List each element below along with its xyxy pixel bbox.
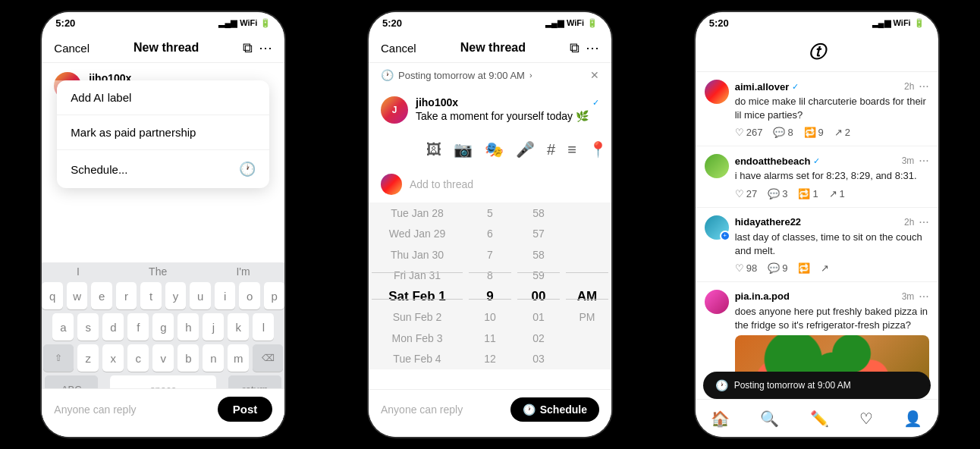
cancel-button-1[interactable]: Cancel xyxy=(54,42,90,55)
header-icons-1: ⧉ ⋯ xyxy=(243,39,272,56)
status-icons-1: ▂▄▆ WiFi 🔋 xyxy=(218,18,271,28)
feed-like-0[interactable]: ♡ 267 xyxy=(735,127,763,138)
signal-icon: ▂▄▆ xyxy=(218,18,237,28)
wifi-icon-2: WiFi xyxy=(567,18,584,27)
posting-close[interactable]: ✕ xyxy=(590,69,599,81)
add-row-2: Add to thread xyxy=(369,166,611,203)
more-icon-2[interactable]: ⋯ xyxy=(586,39,599,56)
feed-username-2[interactable]: hidayathere22 xyxy=(735,216,801,228)
feed-content-0: aimi.allover ✓ 2h ··· do mice make lil c… xyxy=(735,80,929,138)
nav-compose[interactable]: ✏️ xyxy=(810,410,829,428)
nav-search[interactable]: 🔍 xyxy=(760,410,779,428)
picker-hour-7: 12 xyxy=(466,349,514,370)
schedule-button-label: Schedule xyxy=(540,403,587,416)
status-bar-2: 5:20 ▂▄▆ WiFi 🔋 xyxy=(369,12,611,33)
panel-1: 5:20 ▂▄▆ WiFi 🔋 Cancel New thread ⧉ ⋯ J … xyxy=(0,0,327,449)
posting-text: Posting tomorrow at 9:00 AM xyxy=(398,70,525,81)
feed-share-1[interactable]: ↗ 1 xyxy=(829,188,845,199)
picker-min-selected: 00 xyxy=(514,286,563,307)
feed-repost-2[interactable]: 🔁 xyxy=(798,262,810,274)
toolbar-location-icon[interactable]: 📍 xyxy=(589,140,608,159)
toolbar-image-icon[interactable]: 🖼 xyxy=(426,141,441,159)
nav-home[interactable]: 🏠 xyxy=(711,410,730,428)
phone-frame-2: 5:20 ▂▄▆ WiFi 🔋 Cancel New thread ⧉ ⋯ 🕐 … xyxy=(369,12,611,437)
feed-share-2[interactable]: ↗ xyxy=(821,262,829,274)
phone-frame-1: 5:20 ▂▄▆ WiFi 🔋 Cancel New thread ⧉ ⋯ J … xyxy=(42,12,284,437)
status-time-1: 5:20 xyxy=(55,17,75,29)
feed-share-0[interactable]: ↗ 2 xyxy=(834,127,850,138)
feed-username-3[interactable]: pia.in.a.pod xyxy=(735,290,790,302)
feed-repost-0[interactable]: 🔁 9 xyxy=(804,127,824,138)
copy-icon-2[interactable]: ⧉ xyxy=(570,40,580,56)
toolbar-gif-icon[interactable]: 🎭 xyxy=(485,140,504,159)
picker-ampm-7 xyxy=(563,349,611,370)
post-text-2: Take a moment for yourself today 🌿 xyxy=(416,110,599,122)
feed-item-1: endoatthebeach ✓ 3m ··· i have alarms se… xyxy=(696,146,938,207)
date-picker[interactable]: Tue Jan 28 Wed Jan 29 Thu Jan 30 Fri Jan… xyxy=(369,203,611,369)
panel-3: 5:20 ▂▄▆ WiFi 🔋 ⓣ aimi.allover ✓ xyxy=(653,0,980,449)
feed-like-1[interactable]: ♡ 27 xyxy=(735,188,757,199)
picker-min-1: 57 xyxy=(514,224,563,245)
feed-more-1[interactable]: ··· xyxy=(919,154,928,168)
feed-comment-2[interactable]: 💬 9 xyxy=(768,262,787,274)
wifi-icon: WiFi xyxy=(240,18,257,27)
feed-repost-1[interactable]: 🔁 1 xyxy=(798,188,818,199)
feed-actions-0: ♡ 267 💬 8 🔁 9 ↗ 2 xyxy=(735,127,929,138)
status-time-3: 5:20 xyxy=(709,17,729,29)
toolbar-mic-icon[interactable]: 🎤 xyxy=(516,140,535,159)
dropdown-item-ai-label[interactable]: Add AI label xyxy=(57,80,269,115)
toolbar: 🖼 📷 🎭 🎤 # ≡ 📍 xyxy=(414,133,611,166)
add-text-2[interactable]: Add to thread xyxy=(410,178,473,190)
feed-content-1: endoatthebeach ✓ 3m ··· i have alarms se… xyxy=(735,154,929,199)
feed-more-3[interactable]: ··· xyxy=(919,290,928,303)
posting-chevron: › xyxy=(529,71,532,80)
feed-like-2[interactable]: ♡ 98 xyxy=(735,262,757,274)
feed-header: ⓣ xyxy=(696,33,938,72)
feed-actions-1: ♡ 27 💬 3 🔁 1 ↗ 1 xyxy=(735,188,929,199)
picker-hour-6: 11 xyxy=(466,328,514,349)
schedule-button[interactable]: 🕐 Schedule xyxy=(510,397,599,422)
status-bar-3: 5:20 ▂▄▆ WiFi 🔋 xyxy=(696,12,938,33)
toolbar-camera-icon[interactable]: 📷 xyxy=(454,140,473,159)
feed-scroll: aimi.allover ✓ 2h ··· do mice make lil c… xyxy=(696,72,938,406)
feed-username-1[interactable]: endoatthebeach xyxy=(735,155,811,167)
picker-ampm-3 xyxy=(563,265,611,287)
signal-icon-2: ▂▄▆ xyxy=(545,18,564,28)
user-row-2: J jiho100x ✓ Take a moment for yourself … xyxy=(369,87,611,133)
feed-bottom-nav: 🏠 🔍 ✏️ ♡ 👤 xyxy=(696,399,938,437)
panel-2: 5:20 ▂▄▆ WiFi 🔋 Cancel New thread ⧉ ⋯ 🕐 … xyxy=(327,0,654,449)
feed-comment-1[interactable]: 💬 3 xyxy=(768,188,787,199)
dropdown-item-schedule[interactable]: Schedule... 🕐 xyxy=(57,150,269,188)
copy-icon-1[interactable]: ⧉ xyxy=(243,40,253,56)
nav-activity[interactable]: ♡ xyxy=(859,410,873,428)
feed-username-row-3: pia.in.a.pod 3m ··· xyxy=(735,290,929,303)
picker-ampm-col: AM PM xyxy=(563,203,611,369)
bottom-bar-2: Anyone can reply 🕐 Schedule xyxy=(369,389,611,437)
reply-text-1: Anyone can reply xyxy=(54,403,136,416)
feed-content-2: hidayathere22 2h ··· last day of classes… xyxy=(735,215,929,274)
status-time-2: 5:20 xyxy=(382,17,402,29)
posting-clock-icon: 🕐 xyxy=(381,69,394,81)
picker-min-7: 03 xyxy=(514,349,563,370)
feed-comment-0[interactable]: 💬 8 xyxy=(773,127,793,138)
feed-item-2: + hidayathere22 2h ··· last day of class… xyxy=(696,208,938,282)
feed-more-0[interactable]: ··· xyxy=(919,80,928,93)
feed-time-2: 2h xyxy=(904,217,914,228)
toolbar-tag-icon[interactable]: # xyxy=(547,141,555,159)
dropdown-item-paid-partnership[interactable]: Mark as paid partnership xyxy=(57,115,269,150)
feed-username-0[interactable]: aimi.allover xyxy=(735,81,790,93)
picker-ampm-6 xyxy=(563,328,611,349)
picker-date-6: Mon Feb 3 xyxy=(369,328,466,349)
more-icon-1[interactable]: ⋯ xyxy=(259,39,272,56)
nav-profile[interactable]: 👤 xyxy=(903,410,922,428)
post-button-1[interactable]: Post xyxy=(218,397,273,422)
thread-header-2: Cancel New thread ⧉ ⋯ xyxy=(369,33,611,63)
cancel-button-2[interactable]: Cancel xyxy=(381,42,416,55)
toast-text: Posting tomorrow at 9:00 AM xyxy=(734,380,851,391)
signal-icon-3: ▂▄▆ xyxy=(872,18,890,28)
feed-verified-0: ✓ xyxy=(792,82,799,92)
toolbar-list-icon[interactable]: ≡ xyxy=(567,141,576,159)
user-info-2: jiho100x ✓ Take a moment for yourself to… xyxy=(416,96,599,122)
username-2: jiho100x xyxy=(416,96,458,108)
feed-more-2[interactable]: ··· xyxy=(919,215,928,229)
